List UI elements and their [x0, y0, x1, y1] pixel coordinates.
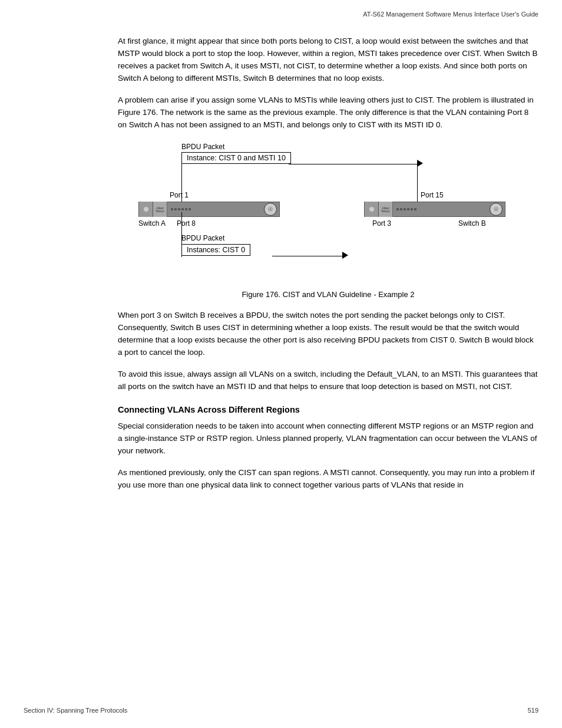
paragraph-1: At first glance, it might appear that si… [118, 35, 538, 85]
paragraph-3: When port 3 on Switch B receives a BPDU,… [118, 309, 538, 359]
switch-b-body: AlliedTelesyn ☉ [364, 202, 505, 217]
switch-a-label: Switch A [138, 219, 166, 228]
bottom-arrow-head [342, 252, 348, 259]
bottom-arrow-line [272, 256, 343, 256]
port15-label: Port 15 [421, 191, 444, 199]
footer-right: 519 [528, 707, 538, 714]
port3-label: Port 3 [372, 219, 391, 228]
page-header: AT-S62 Management Software Menus Interfa… [0, 0, 562, 18]
top-arrow-head [417, 160, 423, 167]
section-heading: Connecting VLANs Across Different Region… [118, 405, 538, 414]
diagram: BPDU Packet Instance: CIST 0 and MSTI 10… [118, 143, 495, 284]
port1-label: Port 1 [170, 191, 189, 199]
switch-a-body: AlliedTelesyn ☉ [138, 202, 280, 217]
paragraph-4: To avoid this issue, always assign all V… [118, 368, 538, 393]
paragraph-5: Special consideration needs to be taken … [118, 420, 538, 457]
footer-left: Section IV: Spanning Tree Protocols [24, 707, 127, 714]
paragraph-2: A problem can arise if you assign some V… [118, 94, 538, 131]
top-arrow-line [289, 164, 418, 164]
bpdu-top-label: BPDU Packet [181, 143, 224, 151]
bpdu-top-box: Instance: CIST 0 and MSTI 10 [181, 152, 291, 164]
bpdu-bottom-label: BPDU Packet [181, 234, 224, 242]
page-footer: Section IV: Spanning Tree Protocols 519 [0, 707, 562, 714]
bpdu-bottom-box: Instances: CIST 0 [181, 244, 250, 256]
vline-left-bottom [181, 212, 182, 257]
figure-caption: Figure 176. CIST and VLAN Guideline - Ex… [118, 290, 538, 299]
switch-b-label: Switch B [458, 219, 486, 228]
header-title: AT-S62 Management Software Menus Interfa… [363, 11, 538, 18]
paragraph-6: As mentioned previously, only the CIST c… [118, 467, 538, 492]
port8-label: Port 8 [177, 219, 196, 228]
